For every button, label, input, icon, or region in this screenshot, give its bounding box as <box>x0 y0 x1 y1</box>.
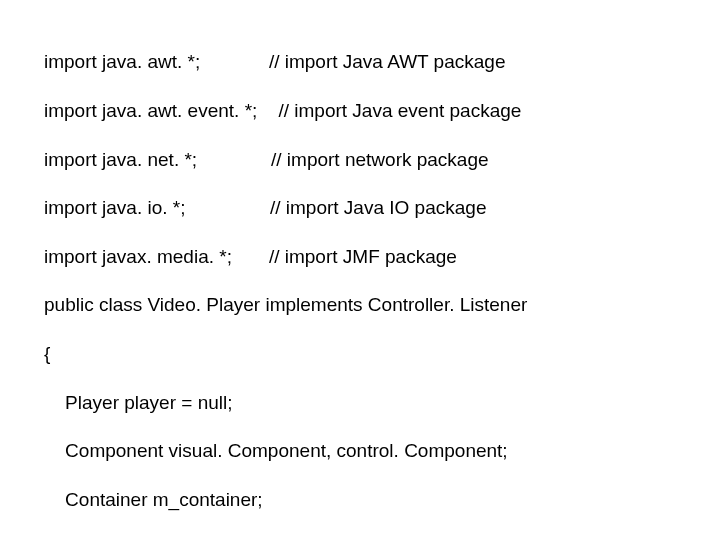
code-line: { <box>44 342 720 366</box>
code-line: import java. awt. event. *; // import Ja… <box>44 99 720 123</box>
code-line: import java. net. *; // import network p… <box>44 148 720 172</box>
code-line: Player player = null; <box>44 391 720 415</box>
code-line: Container m_container; <box>44 488 720 512</box>
code-line: public class Video. Player implements Co… <box>44 293 720 317</box>
code-line: import java. io. *; // import Java IO pa… <box>44 196 720 220</box>
code-line: Component visual. Component, control. Co… <box>44 439 720 463</box>
code-slide: import java. awt. *; // import Java AWT … <box>0 0 720 540</box>
code-line: import java. awt. *; // import Java AWT … <box>44 50 720 74</box>
code-line: import javax. media. *; // import JMF pa… <box>44 245 720 269</box>
